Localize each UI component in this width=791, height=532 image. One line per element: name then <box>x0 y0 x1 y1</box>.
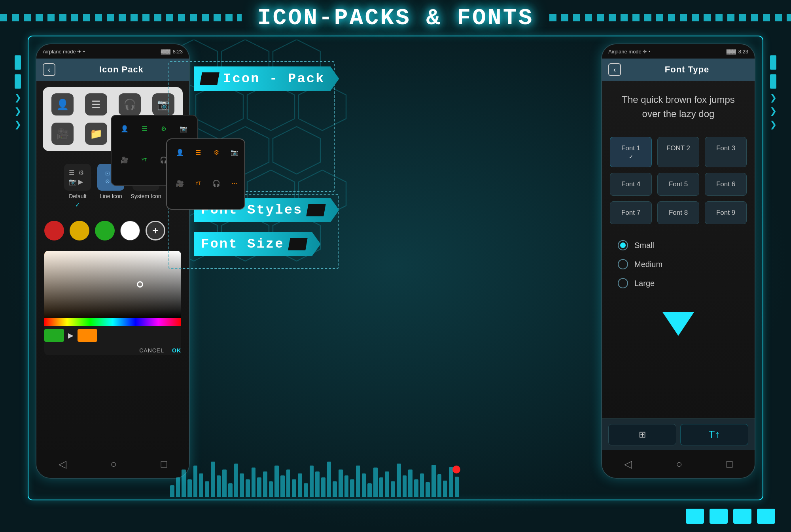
mini-icon: 🎧 <box>209 176 224 191</box>
right-phone-topbar: ‹ Font Type <box>602 59 755 81</box>
radio-item-medium[interactable]: Medium <box>618 259 739 269</box>
font-preview-text: The quick brown fox jumps over the lazy … <box>602 81 755 129</box>
mini-icon: 🎥 <box>172 176 187 191</box>
ok-button[interactable]: OK <box>172 347 181 354</box>
bottom-square <box>686 509 704 524</box>
font-cell-5[interactable]: Font 5 <box>657 173 699 196</box>
back-button[interactable]: ‹ <box>43 63 55 76</box>
label-black-rect <box>307 204 326 216</box>
swatch-green[interactable] <box>95 221 115 240</box>
deco-rect <box>15 74 21 89</box>
right-decoration: ❯ ❯ ❯ <box>763 40 783 500</box>
top-border: Icon-Packs & Fonts <box>0 0 791 36</box>
left-phone-statusbar: Airplane mode ✈ • ▓▓▓ 8:23 <box>36 44 189 59</box>
cancel-button[interactable]: CANCEL <box>139 347 164 354</box>
color-hue-slider[interactable] <box>44 318 181 326</box>
red-dot <box>452 466 460 473</box>
right-nav-home-icon[interactable]: ○ <box>676 458 682 470</box>
chevron-icon: ❯ <box>770 120 777 129</box>
mini-icon: ☰ <box>191 145 206 160</box>
icon-pack-title: Icon Pack <box>60 64 183 75</box>
nav-back-icon[interactable]: ◁ <box>59 458 66 470</box>
toolbar-grid-button[interactable]: ⊞ <box>608 424 676 445</box>
chevron-down-icon: ❯ <box>14 93 21 102</box>
chevron-icon: ❯ <box>770 107 777 115</box>
deco-rect <box>770 74 776 89</box>
default-checkmark: ✓ <box>75 202 80 208</box>
font-cell-9[interactable]: Font 9 <box>705 201 747 224</box>
right-nav-recent-icon[interactable]: □ <box>727 458 733 470</box>
mini-icon: ☰ <box>137 121 152 136</box>
right-phone-navbar: ◁ ○ □ <box>602 450 755 478</box>
font-cell-3[interactable]: Font 3 <box>705 137 747 167</box>
system-icon-label: System Icon <box>131 193 161 199</box>
font-size-callout: Font Size <box>194 232 321 256</box>
mini-icon: YT <box>137 152 152 167</box>
label-black-rect <box>288 238 308 250</box>
color-gradient[interactable] <box>44 251 181 318</box>
swatch-white[interactable] <box>120 221 140 240</box>
battery-indicator: ▓▓▓ <box>161 49 170 54</box>
radio-outer <box>618 259 628 269</box>
icon-type-default[interactable]: ☰⚙ 📷▶ Default ✓ <box>64 164 91 208</box>
font-cell-2[interactable]: FONT 2 <box>657 137 699 167</box>
line-icon-label: Line Icon <box>100 193 122 199</box>
color-from <box>44 329 64 342</box>
arrow-icon: ▶ <box>68 331 74 340</box>
right-statusbar-time: 8:23 <box>738 49 748 55</box>
swatch-red[interactable] <box>44 221 64 240</box>
radio-outer <box>618 240 628 250</box>
statusbar-left-text: Airplane mode ✈ • <box>43 49 85 55</box>
default-icon-preview: ☰⚙ 📷▶ <box>64 164 91 191</box>
font-cell-4[interactable]: Font 4 <box>610 173 652 196</box>
toolbar-font-button[interactable]: T↑ <box>680 424 748 445</box>
right-nav-back-icon[interactable]: ◁ <box>624 458 632 470</box>
color-cursor <box>137 281 143 288</box>
color-picker: ▶ CANCEL OK <box>44 251 181 355</box>
swatch-yellow[interactable] <box>70 221 89 240</box>
font-cell-7[interactable]: Font 7 <box>610 201 652 224</box>
font-cell-8[interactable]: Font 8 <box>657 201 699 224</box>
icon-panel-orange: 👤 ☰ ⚙ 📷 🎥 YT 🎧 ⋯ <box>166 138 245 210</box>
nav-home-icon[interactable]: ○ <box>110 458 117 470</box>
icon-cell: 🎧 <box>116 93 143 115</box>
radio-label: Large <box>634 279 655 288</box>
color-picker-actions: CANCEL OK <box>44 345 181 355</box>
nav-recent-icon[interactable]: □ <box>161 458 167 470</box>
font-size-label: Font Size <box>201 237 284 252</box>
right-phone-statusbar: Airplane mode ✈ • ▓▓▓ 8:23 <box>602 44 755 59</box>
bottom-border <box>0 500 791 532</box>
radio-item-small[interactable]: Small <box>618 240 739 250</box>
font-grid: Font 1✓FONT 2Font 3Font 4Font 5Font 6Fon… <box>602 129 755 232</box>
icon-person: 👤 <box>51 93 74 115</box>
font-type-title: Font Type <box>626 64 748 75</box>
icon-cell: 🎥 <box>49 123 76 145</box>
left-phone-topbar: ‹ Icon Pack <box>36 59 189 81</box>
font-cell-1[interactable]: Font 1✓ <box>610 137 652 167</box>
icon-pack-label: Icon - Pack <box>223 71 325 86</box>
font-back-button[interactable]: ‹ <box>608 63 621 76</box>
swatch-add-button[interactable]: + <box>146 221 165 240</box>
deco-rect <box>15 55 21 70</box>
triangle-indicator <box>602 305 755 343</box>
font-size-radio-group: Small Medium Large <box>602 232 755 305</box>
border-left-deco <box>0 14 242 21</box>
radio-outer <box>618 278 628 288</box>
color-to <box>78 329 97 342</box>
icon-pack-callout: Icon - Pack <box>194 66 339 91</box>
mini-icon: ⚙ <box>156 121 171 136</box>
statusbar-time: 8:23 <box>173 49 183 55</box>
mini-icon: 🎥 <box>117 152 132 167</box>
radio-label: Medium <box>634 260 662 269</box>
chevron-down-icon: ❯ <box>14 120 21 129</box>
page-title: Icon-Packs & Fonts <box>242 5 550 31</box>
color-swatches: + <box>36 214 189 247</box>
font-cell-6[interactable]: Font 6 <box>705 173 747 196</box>
default-label: Default <box>69 193 86 199</box>
bottom-square <box>710 509 728 524</box>
triangle-down-icon <box>662 312 694 336</box>
bottom-square <box>733 509 751 524</box>
mini-icon: 📷 <box>176 121 191 136</box>
radio-item-large[interactable]: Large <box>618 278 739 288</box>
mini-icon: ⚙ <box>209 145 224 160</box>
